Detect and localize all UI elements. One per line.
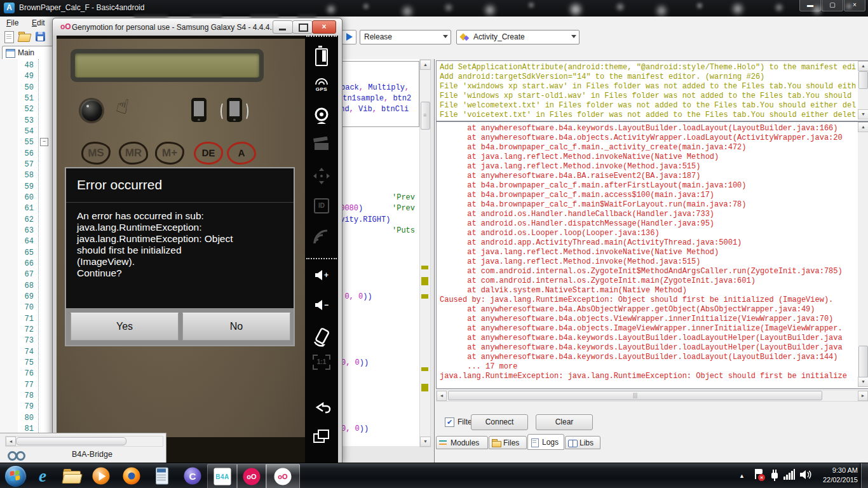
remote-signal-icon[interactable] [305, 229, 338, 248]
tab-libs[interactable]: Libs [565, 436, 600, 449]
taskbar-bittorrent[interactable]: C [178, 464, 207, 488]
memory-add-button[interactable]: M+ [155, 142, 185, 165]
webcam-icon[interactable] [305, 107, 338, 128]
scroll-up-icon[interactable]: ▲ [420, 60, 431, 70]
tab-logs[interactable]: Logs [527, 434, 564, 450]
taskbar-b4a-ide[interactable]: B4A [207, 464, 238, 488]
close-icon[interactable]: × [844, 0, 865, 11]
line-number: 56 [18, 149, 36, 159]
tray-expand-icon[interactable]: ▲ [739, 473, 745, 479]
scroll-down-icon[interactable]: ▼ [420, 437, 431, 447]
android-back-icon[interactable] [305, 402, 338, 418]
show-desktop-button[interactable] [861, 463, 868, 488]
scroll-left-icon[interactable]: ◄ [437, 391, 447, 401]
minimize-icon[interactable]: ▬ [799, 0, 821, 11]
scroll-down-icon[interactable]: ▼ [858, 109, 868, 119]
menu-file[interactable]: File [4, 18, 21, 28]
new-file-icon[interactable] [3, 30, 15, 43]
dialog-title: Error occurred [77, 177, 162, 193]
action-center-flag-icon[interactable]: × [754, 469, 765, 482]
warning-marker[interactable] [421, 294, 428, 299]
pixel-perfect-icon[interactable]: 1:1 [305, 355, 338, 370]
android-recent-apps-icon[interactable] [305, 430, 338, 446]
close-icon[interactable]: × [312, 20, 336, 34]
tab-modules[interactable]: Modules [436, 436, 488, 449]
log-hscroll-thumb[interactable]: ||| [448, 391, 822, 400]
code-fragment: avity.RIGHT) [336, 215, 390, 224]
volume-up-icon[interactable]: + [305, 269, 338, 283]
open-file-icon[interactable] [18, 30, 31, 43]
save-icon[interactable] [34, 30, 47, 43]
menu-edit[interactable]: Edit [29, 18, 48, 28]
hand-pointer-icon[interactable]: ☝ [114, 93, 132, 119]
scroll-left-icon[interactable]: ◄ [6, 437, 16, 446]
build-configuration-select[interactable]: Release [360, 30, 451, 44]
phone-icon[interactable] [191, 98, 207, 122]
bridge-icon [8, 449, 24, 459]
memory-store-button[interactable]: MS [81, 141, 111, 165]
device-id-icon[interactable]: ID [305, 198, 338, 214]
pan-move-icon[interactable] [305, 167, 338, 187]
maximize-icon[interactable]: ▢ [822, 0, 843, 11]
no-button[interactable]: No [182, 313, 290, 341]
vibrating-phone-icon[interactable] [227, 98, 242, 122]
log-stack-pane[interactable]: at anywheresoftware.b4a.keywords.LayoutB… [436, 121, 868, 389]
error-dialog: Error occurred An error has occurred in … [65, 167, 295, 346]
battery-icon[interactable] [305, 48, 338, 69]
scroll-right-icon[interactable]: ► [858, 391, 868, 401]
log-warnings-pane[interactable]: Add SetApplicationAttribute(android:them… [436, 60, 868, 121]
filter-checkbox[interactable]: ✔ [445, 417, 454, 427]
log-warning-line: Add android:targetSdkVersion="14" to the… [440, 72, 856, 82]
start-button[interactable] [4, 465, 27, 487]
log-horizontal-scrollbar[interactable]: ◄ ► ||| [436, 390, 868, 402]
taskbar-firefox[interactable] [117, 464, 146, 488]
run-button[interactable] [342, 30, 356, 44]
taskbar-calculator[interactable] [147, 464, 177, 488]
warning-marker[interactable] [421, 277, 428, 285]
code-collapse-toggle[interactable]: − [40, 138, 48, 146]
warning-marker[interactable] [421, 384, 428, 391]
editor-hscroll-thumb[interactable] [16, 437, 126, 445]
taskbar-media-player[interactable] [86, 464, 116, 488]
navigate-sub-select[interactable]: Activity_Create [456, 30, 580, 44]
tab-label: Libs [580, 438, 593, 447]
editor-horizontal-scrollbar[interactable]: ◄ [5, 436, 163, 447]
delete-button[interactable]: DE [194, 142, 224, 165]
warnings-scroll-thumb[interactable] [858, 71, 868, 89]
volume-icon[interactable] [799, 470, 812, 480]
scroll-up-icon[interactable]: ▲ [858, 61, 868, 71]
taskbar-internet-explorer[interactable]: e [28, 464, 57, 488]
tab-files[interactable]: Files [489, 436, 527, 449]
stack-scroll-thumb[interactable] [858, 346, 868, 377]
taskbar-genymotion-player[interactable]: oO [266, 464, 300, 488]
logs-panel: Add SetApplicationAttribute(android:them… [434, 59, 868, 463]
connect-button[interactable]: Connect [471, 414, 528, 430]
gps-icon[interactable]: GPS [305, 76, 338, 92]
all-clear-button[interactable]: A [226, 141, 256, 165]
network-signal-icon[interactable] [783, 469, 795, 480]
taskbar-windows-explorer[interactable] [57, 464, 86, 488]
warning-marker[interactable] [421, 266, 428, 269]
taskbar-genymotion-emulator[interactable]: oO [236, 464, 267, 488]
volume-down-icon[interactable]: − [305, 299, 338, 313]
warnings-scrollbar[interactable]: ▲ ▼ [858, 61, 868, 119]
memory-recall-button[interactable]: MR [119, 142, 149, 165]
ide-caption-buttons: ▬ ▢ × [799, 0, 865, 11]
yes-button[interactable]: Yes [71, 313, 179, 341]
camera-knob-icon[interactable] [81, 100, 102, 121]
screencast-icon[interactable] [305, 137, 338, 154]
clock[interactable]: 9:30 AM 22/02/2015 [817, 466, 858, 485]
scroll-up-icon[interactable]: ▲ [858, 122, 868, 132]
scroll-down-icon[interactable]: ▼ [858, 377, 868, 387]
genymotion-title-bar[interactable]: oO Genymotion for personal use - Samsung… [53, 18, 342, 36]
editor-scroll-thumb[interactable]: ≡ [421, 102, 430, 130]
stack-scrollbar[interactable]: ▲ ▼ [858, 122, 868, 387]
editor-vertical-scrollbar[interactable]: ▲ ▼ ≡ [419, 59, 431, 447]
minimize-icon[interactable] [273, 20, 293, 34]
clear-button[interactable]: Clear [536, 414, 593, 430]
warning-marker[interactable] [421, 367, 428, 371]
rotate-screen-icon[interactable] [305, 327, 338, 349]
maximize-icon[interactable] [292, 20, 313, 34]
power-plug-icon[interactable] [770, 469, 780, 482]
log-stack-line: at dalvik.system.NativeStart.main(Native… [440, 286, 856, 295]
